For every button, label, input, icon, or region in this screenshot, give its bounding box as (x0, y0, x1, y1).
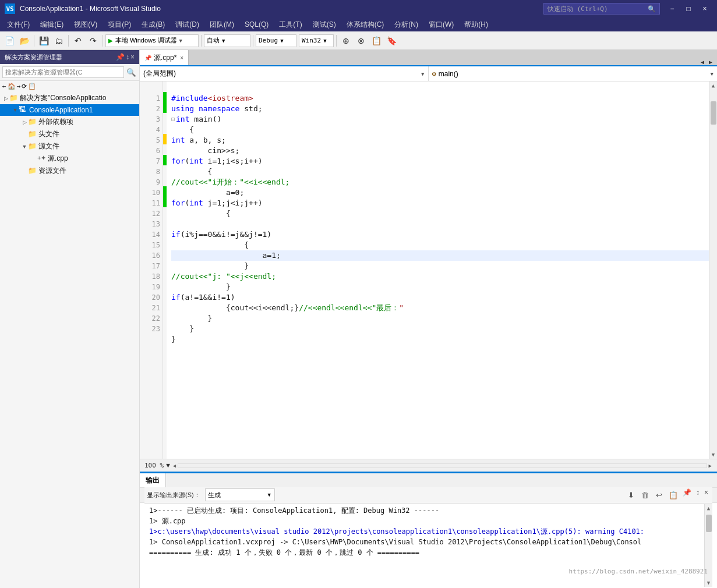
output-source-arrow[interactable]: ▼ (267, 492, 272, 498)
platform-arrow[interactable]: ▼ (323, 38, 326, 44)
auto-dropdown[interactable]: 自动 ▼ (204, 34, 250, 47)
output-scroll-up-button[interactable]: ▲ (705, 504, 712, 512)
run-dropdown-arrow[interactable]: ▼ (179, 38, 182, 44)
save-button[interactable]: 💾 (37, 34, 51, 48)
h-scroll-left-button[interactable]: ◀ (171, 463, 178, 469)
code-line-4: { (171, 125, 709, 135)
member-arrow-icon[interactable]: ▼ (711, 71, 714, 77)
output-header-controls: ⬇ 🗑 ↩ 📋 📌 ↕ × (625, 488, 710, 501)
output-scroll-end-button[interactable]: ⬇ (625, 488, 638, 501)
tab-close-button[interactable]: × (180, 55, 183, 61)
scope-arrow-icon[interactable]: ▼ (421, 71, 424, 77)
line-5: 4 (142, 125, 160, 135)
sidebar-pin-button[interactable]: 📌 (116, 53, 125, 61)
scroll-up-button[interactable]: ▲ (709, 82, 718, 90)
fold-main-button[interactable]: ⊟ (171, 114, 175, 125)
debug-config-arrow[interactable]: ▼ (280, 38, 283, 44)
output-source-value: 生成 (208, 491, 221, 500)
code-line-19: } (171, 282, 709, 292)
output-tab[interactable]: 输出 (140, 473, 166, 487)
code-line-7: for(int i=1;i<s;i++) (171, 156, 709, 167)
menu-tools[interactable]: 工具(T) (274, 18, 306, 31)
nav-back-button[interactable]: ← 🏠 → ⟳ 📋 (0, 82, 139, 91)
ext-deps-expand-icon[interactable]: ▷ (21, 119, 28, 126)
source-cpp-tab[interactable]: 📌 源.cpp* × (140, 50, 189, 65)
solution-expand-icon[interactable]: ▷ (2, 95, 9, 102)
sidebar-close-button[interactable]: × (130, 53, 135, 61)
code-line-9: //cout<<"i开始："<<i<<endl; (171, 177, 709, 187)
sidebar-search-input[interactable] (2, 66, 124, 78)
tree-header-files[interactable]: ▷ 📁 头文件 (0, 128, 139, 140)
debug-config-dropdown[interactable]: Debug ▼ (256, 34, 296, 47)
h-scroll-right-button[interactable]: ▶ (707, 463, 714, 469)
output-wrap-button[interactable]: ↩ (653, 488, 666, 501)
output-clear-button[interactable]: 🗑 (639, 488, 652, 501)
toolbar-extra-3[interactable]: 📋 (369, 34, 383, 48)
output-line-4: 1> ConsoleApplication1.vcxproj -> C:\Use… (149, 537, 700, 547)
menu-window[interactable]: 窗口(W) (424, 18, 458, 31)
scope-dropdown[interactable]: (全局范围) ▼ (140, 66, 429, 81)
run-debugger-dropdown[interactable]: ▶ 本地 Windows 调试器 ▼ (105, 34, 199, 47)
toolbar-extra-2[interactable]: ⊗ (354, 34, 368, 48)
tree-resource-files[interactable]: ▷ 📁 资源文件 (0, 165, 139, 177)
output-close-button[interactable]: × (702, 488, 710, 501)
menu-build[interactable]: 生成(B) (137, 18, 169, 31)
redo-button[interactable]: ↷ (86, 34, 100, 48)
member-dropdown[interactable]: ⚙ main() ▼ (429, 66, 718, 81)
scroll-thumb[interactable] (711, 101, 716, 125)
menu-project[interactable]: 项目(P) (103, 18, 136, 31)
line-12: 11 (142, 198, 160, 208)
menu-view[interactable]: 视图(V) (69, 18, 102, 31)
scroll-down-button[interactable]: ▼ (709, 451, 718, 459)
toolbar-extra-1[interactable]: ⊕ (339, 34, 353, 48)
close-button[interactable]: × (697, 3, 712, 15)
minimize-button[interactable]: − (665, 3, 680, 15)
tree-external-deps[interactable]: ▷ 📁 外部依赖项 (0, 116, 139, 128)
output-source-dropdown[interactable]: 生成 ▼ (205, 488, 275, 501)
menu-team[interactable]: 团队(M) (205, 18, 239, 31)
zoom-level-button[interactable]: 100 % (143, 462, 165, 469)
output-float-button[interactable]: ↕ (694, 488, 701, 501)
tree-project-item[interactable]: ▼ 🏗 ConsoleApplication1 (0, 104, 139, 116)
new-project-button[interactable]: 📄 (2, 34, 16, 48)
menu-test[interactable]: 测试(S) (308, 18, 341, 31)
code-line-1: #include<iostream> (171, 93, 709, 104)
scroll-track[interactable] (709, 90, 717, 451)
menu-sql[interactable]: SQL(Q) (240, 18, 273, 31)
output-scroll-thumb[interactable] (706, 515, 712, 532)
zoom-dropdown-button[interactable]: ▼ (165, 462, 171, 469)
code-content-area[interactable]: #include<iostream> using namespace std; … (167, 82, 709, 459)
editor-vertical-scrollbar[interactable]: ▲ ▼ (709, 82, 717, 459)
undo-button[interactable]: ↶ (71, 34, 85, 48)
menu-debug[interactable]: 调试(D) (171, 18, 204, 31)
tree-source-cpp[interactable]: ▷ +✦ 源.cpp (0, 153, 139, 165)
code-line-6: cin>>s; (171, 146, 709, 156)
source-expand-icon[interactable]: ▼ (21, 143, 28, 150)
menu-file[interactable]: 文件(F) (2, 18, 34, 31)
toolbar-extra-4[interactable]: 🔖 (384, 34, 398, 48)
line-15: 14 (142, 229, 160, 240)
auto-dropdown-arrow[interactable]: ▼ (222, 38, 225, 44)
h-scroll-track[interactable] (178, 463, 707, 468)
tree-solution-item[interactable]: ▷ 📁 解决方案"ConsoleApplicatio (0, 92, 139, 104)
maximize-button[interactable]: □ (681, 3, 696, 15)
output-pin-button[interactable]: 📌 (681, 488, 693, 501)
save-all-button[interactable]: 🗂 (52, 34, 66, 48)
tab-scroll-left-button[interactable]: ◀ (698, 59, 707, 65)
tab-scroll-right-button[interactable]: ▶ (707, 59, 715, 65)
platform-dropdown[interactable]: Win32 ▼ (299, 34, 334, 47)
quick-launch-search[interactable]: 快速启动 (Ctrl+Q) 🔍 (543, 3, 660, 15)
search-icon: 🔍 (648, 5, 656, 13)
menu-help[interactable]: 帮助(H) (460, 18, 493, 31)
sidebar-search-button[interactable]: 🔍 (125, 66, 137, 78)
open-button[interactable]: 📂 (17, 34, 31, 48)
menu-edit[interactable]: 编辑(E) (36, 18, 68, 31)
code-line-12: { (171, 208, 709, 219)
project-expand-icon[interactable]: ▼ (12, 107, 19, 114)
sidebar-undock-button[interactable]: ↕ (126, 53, 129, 61)
tree-source-files[interactable]: ▼ 📁 源文件 (0, 140, 139, 153)
menu-architecture[interactable]: 体系结构(C) (342, 18, 389, 31)
output-scroll-down-button[interactable]: ▼ (705, 579, 712, 587)
output-copy-button[interactable]: 📋 (667, 488, 680, 501)
menu-analyze[interactable]: 分析(N) (390, 18, 423, 31)
